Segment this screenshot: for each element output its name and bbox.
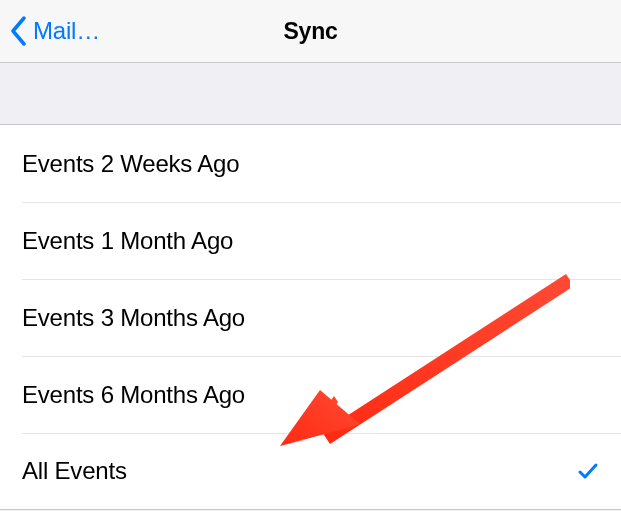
navigation-bar: Mail… Sync bbox=[0, 0, 621, 63]
back-button-label: Mail… bbox=[33, 17, 100, 45]
list-item-label: Events 3 Months Ago bbox=[22, 304, 245, 332]
sync-options-list: Events 2 Weeks Ago Events 1 Month Ago Ev… bbox=[0, 125, 621, 510]
back-button[interactable]: Mail… bbox=[10, 0, 100, 62]
chevron-left-icon bbox=[10, 16, 27, 46]
sync-option-3-months[interactable]: Events 3 Months Ago bbox=[0, 279, 621, 356]
list-item-label: Events 2 Weeks Ago bbox=[22, 150, 239, 178]
page-title: Sync bbox=[283, 18, 337, 45]
checkmark-icon bbox=[577, 460, 599, 482]
section-spacer bbox=[0, 63, 621, 125]
sync-option-6-months[interactable]: Events 6 Months Ago bbox=[0, 356, 621, 433]
sync-option-2-weeks[interactable]: Events 2 Weeks Ago bbox=[0, 125, 621, 202]
list-item-label: All Events bbox=[22, 457, 127, 485]
list-item-label: Events 1 Month Ago bbox=[22, 227, 233, 255]
list-item-label: Events 6 Months Ago bbox=[22, 381, 245, 409]
sync-option-all-events[interactable]: All Events bbox=[0, 433, 621, 510]
sync-option-1-month[interactable]: Events 1 Month Ago bbox=[0, 202, 621, 279]
